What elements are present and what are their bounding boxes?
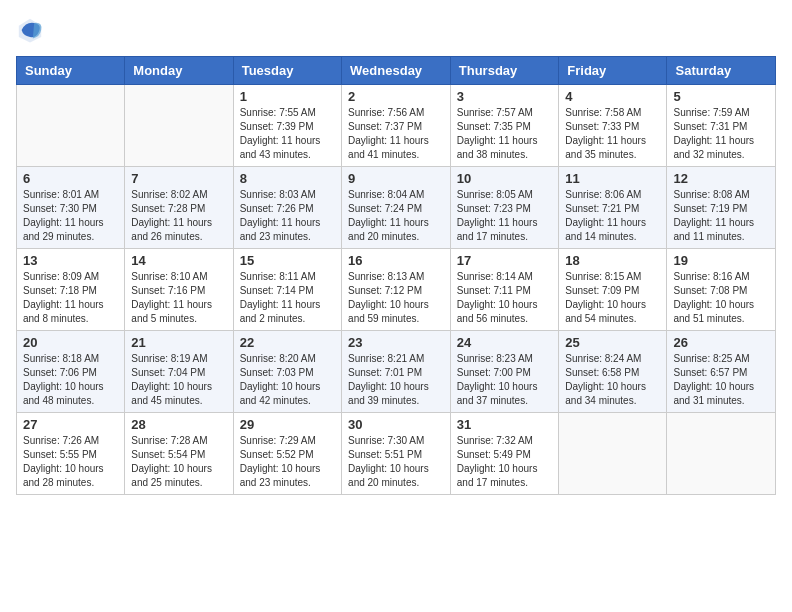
calendar-cell bbox=[125, 85, 233, 167]
weekday-header-thursday: Thursday bbox=[450, 57, 559, 85]
day-number: 10 bbox=[457, 171, 553, 186]
calendar-week-row: 20Sunrise: 8:18 AMSunset: 7:06 PMDayligh… bbox=[17, 331, 776, 413]
calendar-cell: 24Sunrise: 8:23 AMSunset: 7:00 PMDayligh… bbox=[450, 331, 559, 413]
day-info: Sunrise: 7:55 AMSunset: 7:39 PMDaylight:… bbox=[240, 106, 335, 162]
day-number: 20 bbox=[23, 335, 118, 350]
day-number: 22 bbox=[240, 335, 335, 350]
day-number: 8 bbox=[240, 171, 335, 186]
day-info: Sunrise: 8:19 AMSunset: 7:04 PMDaylight:… bbox=[131, 352, 226, 408]
day-info: Sunrise: 8:08 AMSunset: 7:19 PMDaylight:… bbox=[673, 188, 769, 244]
day-number: 5 bbox=[673, 89, 769, 104]
day-number: 24 bbox=[457, 335, 553, 350]
calendar-cell: 10Sunrise: 8:05 AMSunset: 7:23 PMDayligh… bbox=[450, 167, 559, 249]
day-info: Sunrise: 8:11 AMSunset: 7:14 PMDaylight:… bbox=[240, 270, 335, 326]
day-number: 14 bbox=[131, 253, 226, 268]
day-info: Sunrise: 8:24 AMSunset: 6:58 PMDaylight:… bbox=[565, 352, 660, 408]
day-info: Sunrise: 8:23 AMSunset: 7:00 PMDaylight:… bbox=[457, 352, 553, 408]
logo bbox=[16, 16, 48, 44]
day-info: Sunrise: 8:01 AMSunset: 7:30 PMDaylight:… bbox=[23, 188, 118, 244]
weekday-header-friday: Friday bbox=[559, 57, 667, 85]
day-info: Sunrise: 8:25 AMSunset: 6:57 PMDaylight:… bbox=[673, 352, 769, 408]
day-info: Sunrise: 7:28 AMSunset: 5:54 PMDaylight:… bbox=[131, 434, 226, 490]
day-info: Sunrise: 8:10 AMSunset: 7:16 PMDaylight:… bbox=[131, 270, 226, 326]
logo-icon bbox=[16, 16, 44, 44]
day-number: 15 bbox=[240, 253, 335, 268]
day-info: Sunrise: 7:59 AMSunset: 7:31 PMDaylight:… bbox=[673, 106, 769, 162]
calendar-cell: 15Sunrise: 8:11 AMSunset: 7:14 PMDayligh… bbox=[233, 249, 341, 331]
calendar-week-row: 13Sunrise: 8:09 AMSunset: 7:18 PMDayligh… bbox=[17, 249, 776, 331]
calendar-cell: 16Sunrise: 8:13 AMSunset: 7:12 PMDayligh… bbox=[342, 249, 451, 331]
day-number: 30 bbox=[348, 417, 444, 432]
calendar-cell bbox=[667, 413, 776, 495]
day-number: 27 bbox=[23, 417, 118, 432]
day-info: Sunrise: 7:57 AMSunset: 7:35 PMDaylight:… bbox=[457, 106, 553, 162]
weekday-header-sunday: Sunday bbox=[17, 57, 125, 85]
day-info: Sunrise: 7:30 AMSunset: 5:51 PMDaylight:… bbox=[348, 434, 444, 490]
calendar-cell: 14Sunrise: 8:10 AMSunset: 7:16 PMDayligh… bbox=[125, 249, 233, 331]
day-number: 28 bbox=[131, 417, 226, 432]
day-number: 7 bbox=[131, 171, 226, 186]
day-info: Sunrise: 8:05 AMSunset: 7:23 PMDaylight:… bbox=[457, 188, 553, 244]
day-info: Sunrise: 8:06 AMSunset: 7:21 PMDaylight:… bbox=[565, 188, 660, 244]
day-info: Sunrise: 8:09 AMSunset: 7:18 PMDaylight:… bbox=[23, 270, 118, 326]
calendar-cell: 31Sunrise: 7:32 AMSunset: 5:49 PMDayligh… bbox=[450, 413, 559, 495]
page-header bbox=[16, 16, 776, 44]
day-number: 9 bbox=[348, 171, 444, 186]
day-info: Sunrise: 7:29 AMSunset: 5:52 PMDaylight:… bbox=[240, 434, 335, 490]
day-number: 26 bbox=[673, 335, 769, 350]
calendar-header-row: SundayMondayTuesdayWednesdayThursdayFrid… bbox=[17, 57, 776, 85]
calendar-cell bbox=[17, 85, 125, 167]
day-number: 25 bbox=[565, 335, 660, 350]
calendar-cell: 20Sunrise: 8:18 AMSunset: 7:06 PMDayligh… bbox=[17, 331, 125, 413]
calendar-week-row: 27Sunrise: 7:26 AMSunset: 5:55 PMDayligh… bbox=[17, 413, 776, 495]
calendar-cell: 1Sunrise: 7:55 AMSunset: 7:39 PMDaylight… bbox=[233, 85, 341, 167]
day-number: 1 bbox=[240, 89, 335, 104]
calendar-cell: 9Sunrise: 8:04 AMSunset: 7:24 PMDaylight… bbox=[342, 167, 451, 249]
day-number: 4 bbox=[565, 89, 660, 104]
day-number: 16 bbox=[348, 253, 444, 268]
calendar-cell: 19Sunrise: 8:16 AMSunset: 7:08 PMDayligh… bbox=[667, 249, 776, 331]
day-info: Sunrise: 8:14 AMSunset: 7:11 PMDaylight:… bbox=[457, 270, 553, 326]
calendar-cell: 8Sunrise: 8:03 AMSunset: 7:26 PMDaylight… bbox=[233, 167, 341, 249]
calendar-cell: 2Sunrise: 7:56 AMSunset: 7:37 PMDaylight… bbox=[342, 85, 451, 167]
day-info: Sunrise: 7:58 AMSunset: 7:33 PMDaylight:… bbox=[565, 106, 660, 162]
calendar-cell: 4Sunrise: 7:58 AMSunset: 7:33 PMDaylight… bbox=[559, 85, 667, 167]
calendar-cell: 11Sunrise: 8:06 AMSunset: 7:21 PMDayligh… bbox=[559, 167, 667, 249]
calendar-cell: 27Sunrise: 7:26 AMSunset: 5:55 PMDayligh… bbox=[17, 413, 125, 495]
day-info: Sunrise: 8:13 AMSunset: 7:12 PMDaylight:… bbox=[348, 270, 444, 326]
calendar-cell: 26Sunrise: 8:25 AMSunset: 6:57 PMDayligh… bbox=[667, 331, 776, 413]
calendar-cell: 12Sunrise: 8:08 AMSunset: 7:19 PMDayligh… bbox=[667, 167, 776, 249]
calendar-cell: 30Sunrise: 7:30 AMSunset: 5:51 PMDayligh… bbox=[342, 413, 451, 495]
calendar-cell bbox=[559, 413, 667, 495]
day-info: Sunrise: 7:56 AMSunset: 7:37 PMDaylight:… bbox=[348, 106, 444, 162]
calendar-cell: 13Sunrise: 8:09 AMSunset: 7:18 PMDayligh… bbox=[17, 249, 125, 331]
day-number: 29 bbox=[240, 417, 335, 432]
calendar-cell: 18Sunrise: 8:15 AMSunset: 7:09 PMDayligh… bbox=[559, 249, 667, 331]
calendar-cell: 5Sunrise: 7:59 AMSunset: 7:31 PMDaylight… bbox=[667, 85, 776, 167]
day-number: 18 bbox=[565, 253, 660, 268]
day-number: 6 bbox=[23, 171, 118, 186]
calendar-cell: 29Sunrise: 7:29 AMSunset: 5:52 PMDayligh… bbox=[233, 413, 341, 495]
calendar-cell: 21Sunrise: 8:19 AMSunset: 7:04 PMDayligh… bbox=[125, 331, 233, 413]
calendar-cell: 23Sunrise: 8:21 AMSunset: 7:01 PMDayligh… bbox=[342, 331, 451, 413]
calendar-cell: 25Sunrise: 8:24 AMSunset: 6:58 PMDayligh… bbox=[559, 331, 667, 413]
day-info: Sunrise: 8:16 AMSunset: 7:08 PMDaylight:… bbox=[673, 270, 769, 326]
day-number: 23 bbox=[348, 335, 444, 350]
weekday-header-monday: Monday bbox=[125, 57, 233, 85]
calendar-week-row: 6Sunrise: 8:01 AMSunset: 7:30 PMDaylight… bbox=[17, 167, 776, 249]
weekday-header-wednesday: Wednesday bbox=[342, 57, 451, 85]
day-info: Sunrise: 8:18 AMSunset: 7:06 PMDaylight:… bbox=[23, 352, 118, 408]
day-number: 11 bbox=[565, 171, 660, 186]
calendar-cell: 22Sunrise: 8:20 AMSunset: 7:03 PMDayligh… bbox=[233, 331, 341, 413]
day-info: Sunrise: 8:04 AMSunset: 7:24 PMDaylight:… bbox=[348, 188, 444, 244]
calendar-cell: 17Sunrise: 8:14 AMSunset: 7:11 PMDayligh… bbox=[450, 249, 559, 331]
day-number: 17 bbox=[457, 253, 553, 268]
calendar-cell: 3Sunrise: 7:57 AMSunset: 7:35 PMDaylight… bbox=[450, 85, 559, 167]
day-number: 3 bbox=[457, 89, 553, 104]
calendar-cell: 6Sunrise: 8:01 AMSunset: 7:30 PMDaylight… bbox=[17, 167, 125, 249]
weekday-header-tuesday: Tuesday bbox=[233, 57, 341, 85]
day-info: Sunrise: 8:15 AMSunset: 7:09 PMDaylight:… bbox=[565, 270, 660, 326]
day-info: Sunrise: 8:02 AMSunset: 7:28 PMDaylight:… bbox=[131, 188, 226, 244]
calendar-cell: 28Sunrise: 7:28 AMSunset: 5:54 PMDayligh… bbox=[125, 413, 233, 495]
day-number: 31 bbox=[457, 417, 553, 432]
